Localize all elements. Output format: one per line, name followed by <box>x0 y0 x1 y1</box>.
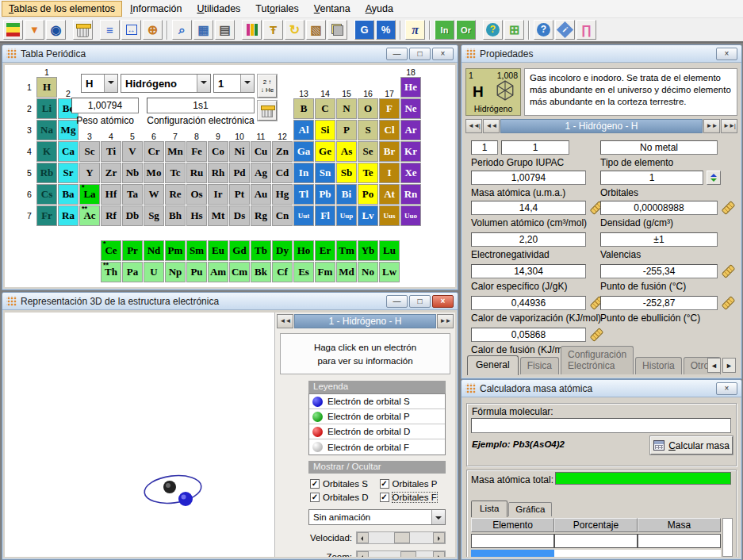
calor-vaporizacion-field[interactable]: 0,44936 <box>471 296 586 310</box>
element-cell[interactable]: Sr <box>58 163 79 183</box>
element-list-icon[interactable]: ≡ <box>100 20 120 40</box>
element-cell[interactable]: Lw <box>379 262 400 282</box>
element-cell[interactable]: 17 F <box>379 98 400 119</box>
element-cell[interactable]: 18 He <box>400 77 421 98</box>
trash-icon[interactable] <box>73 20 93 40</box>
element-cell[interactable]: 13 B <box>293 98 314 119</box>
element-cell[interactable]: Cn <box>272 205 293 226</box>
chevron-down-icon[interactable] <box>197 75 210 92</box>
checkbox[interactable]: ✓ <box>380 493 389 502</box>
element-cell[interactable]: 7 Mn <box>165 141 186 162</box>
element-cell[interactable]: Yb <box>358 240 378 261</box>
faq-icon[interactable]: ? <box>483 20 503 40</box>
element-cell[interactable]: Am <box>208 262 228 282</box>
element-cell[interactable]: Pa <box>122 262 143 282</box>
element-cell[interactable]: Cm <box>229 262 250 282</box>
element-cell[interactable]: Hf <box>101 184 121 205</box>
element-cell[interactable]: Bh <box>165 205 186 226</box>
refresh-icon[interactable]: ↻ <box>285 20 304 40</box>
element-cell[interactable]: Cf <box>272 262 293 282</box>
element-cell[interactable]: Ta <box>122 184 143 205</box>
element-cell[interactable]: Ge <box>315 141 335 162</box>
properties-tab[interactable]: Historia <box>635 357 682 374</box>
element-cell[interactable]: Uut <box>293 205 314 226</box>
calor-fusion-field[interactable]: 0,05868 <box>471 328 586 342</box>
element-cell[interactable]: Ag <box>251 163 271 183</box>
range-selector-icon[interactable]: ↔ <box>121 20 141 40</box>
element-cell[interactable]: Ir <box>208 184 228 205</box>
tipo-field[interactable]: No metal <box>600 140 718 155</box>
element-cell[interactable]: S <box>358 120 378 140</box>
element-cell[interactable]: Fl <box>315 205 335 226</box>
table-header-cell[interactable]: Masa <box>638 518 721 532</box>
element-cell[interactable]: Hg <box>272 184 293 205</box>
menu-item[interactable]: Ventana <box>307 1 358 17</box>
element-cell[interactable]: Se <box>358 141 378 162</box>
element-cell[interactable]: Uus <box>379 205 400 226</box>
pi-constants-icon[interactable]: π <box>405 20 425 40</box>
valencias-field[interactable]: ±1 <box>600 232 718 247</box>
chevron-down-icon[interactable] <box>431 510 445 524</box>
plugin-icon[interactable]: ⊞ <box>504 20 524 40</box>
element-cell[interactable]: Np <box>165 262 186 282</box>
titlebar[interactable]: Representación 3D de la estructura elect… <box>2 293 458 310</box>
atom-3d-canvas[interactable] <box>5 313 274 557</box>
element-cell[interactable]: Pb <box>315 184 335 205</box>
table-cell[interactable] <box>554 550 638 557</box>
element-cell[interactable]: Tl <box>293 184 314 205</box>
gases-icon[interactable]: G <box>354 20 374 40</box>
element-cell[interactable]: Tm <box>336 240 357 261</box>
slider-right-arrow[interactable] <box>433 532 445 543</box>
densidad-field[interactable]: 0,00008988 <box>600 201 718 215</box>
table-cell[interactable] <box>638 534 721 548</box>
element-target-icon[interactable]: ◉ <box>46 20 66 40</box>
element-cell[interactable]: In <box>293 163 314 183</box>
element-cell[interactable]: 16 O <box>358 98 378 119</box>
element-cell[interactable]: K <box>36 141 57 162</box>
menu-item[interactable]: Tutoriales <box>248 1 305 17</box>
element-cell[interactable]: Es <box>293 262 314 282</box>
element-cell[interactable]: Sg <box>144 205 164 226</box>
slider-right-arrow[interactable] <box>433 551 445 557</box>
element-cell[interactable]: Ho <box>293 240 314 261</box>
export-window-icon[interactable]: ▼ <box>25 20 44 40</box>
titlebar[interactable]: Propiedades × <box>462 45 741 63</box>
element-cell[interactable]: Ne <box>400 98 421 119</box>
element-cell[interactable]: Sm <box>186 240 207 261</box>
periodic-table-view-icon[interactable] <box>3 20 23 40</box>
electronegatividad-field[interactable]: 2,20 <box>471 232 586 247</box>
table-cell[interactable] <box>471 534 554 548</box>
element-cell[interactable]: Mt <box>208 205 228 226</box>
checkbox[interactable]: ✓ <box>380 479 389 489</box>
nav-prev-button[interactable]: ◄◄ <box>277 314 293 328</box>
element-cell[interactable]: Bk <box>251 262 271 282</box>
element-cell[interactable]: 5 V <box>122 141 143 162</box>
element-cell[interactable]: 1 H <box>36 77 57 98</box>
element-cell[interactable]: Bi <box>336 184 357 205</box>
close-button[interactable]: × <box>432 295 454 308</box>
element-cell[interactable]: Au <box>251 184 271 205</box>
titlebar[interactable]: Tabla Periódica — □ × <box>2 45 458 63</box>
nav-next-button[interactable]: ►► <box>703 119 720 133</box>
calor-especifico-field[interactable]: 14,304 <box>471 264 586 278</box>
element-cell[interactable]: 12 Zn <box>272 141 293 162</box>
velocidad-slider[interactable] <box>356 531 446 544</box>
orbitales-field[interactable]: 1 <box>600 171 703 185</box>
electron-config-field[interactable]: 1s1 <box>147 98 255 113</box>
element-cell[interactable]: Rf <box>101 205 121 226</box>
element-cell[interactable]: Sb <box>336 163 357 183</box>
locate-icon[interactable]: ⊕ <box>143 20 163 40</box>
nav-last-button[interactable]: ►►| <box>721 119 737 133</box>
properties-tab[interactable]: Fisica <box>520 357 559 374</box>
element-cell[interactable]: Uup <box>336 205 357 226</box>
close-button[interactable]: × <box>716 48 737 60</box>
element-cell[interactable]: Ba <box>58 184 79 205</box>
element-cell[interactable]: U <box>144 262 164 282</box>
titlebar[interactable]: Calculadora masa atómica × <box>462 380 741 397</box>
element-cell[interactable]: Rh <box>208 163 228 183</box>
element-cell[interactable]: Kr <box>400 141 421 162</box>
element-cell[interactable]: Rb <box>36 163 57 183</box>
element-cell[interactable]: 4 Ti <box>101 141 121 162</box>
element-cell[interactable]: Rn <box>400 184 421 205</box>
close-button[interactable]: × <box>432 48 454 60</box>
